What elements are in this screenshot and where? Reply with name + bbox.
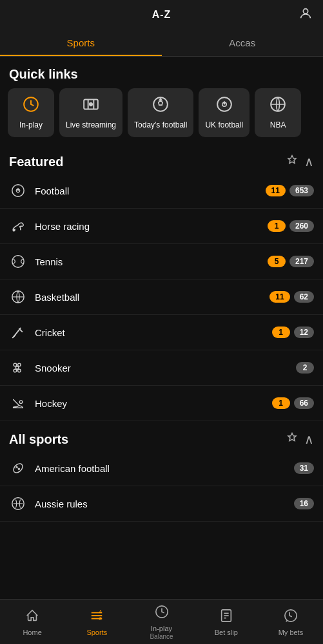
football-icon — [9, 182, 27, 200]
basketball-total-count: 62 — [294, 291, 314, 303]
quick-link-nba[interactable]: NBA — [255, 88, 301, 137]
nav-home-label: Home — [23, 629, 41, 636]
tennis-icon — [9, 252, 27, 270]
nav-sports-label: Sports — [86, 629, 107, 636]
sport-name-basketball: Basketball — [35, 292, 269, 303]
svg-line-19 — [19, 329, 23, 332]
svg-point-23 — [15, 366, 19, 370]
snooker-icon — [9, 359, 27, 377]
tennis-total-count: 217 — [289, 256, 314, 267]
sport-row-tennis[interactable]: Tennis 5 217 — [0, 244, 323, 279]
american-football-total-count: 31 — [294, 462, 314, 474]
quick-link-live-streaming-label: Live streaming — [66, 120, 116, 129]
sport-row-aussie-rules[interactable]: Aussie rules 16 — [0, 486, 323, 522]
bottom-nav: Home A Z Sports In-play Balance — [0, 599, 323, 644]
svg-point-21 — [14, 364, 17, 367]
nba-icon — [261, 96, 295, 117]
svg-marker-5 — [159, 101, 163, 106]
hockey-total-count: 66 — [294, 397, 314, 409]
sport-row-snooker[interactable]: Snooker 2 — [0, 350, 323, 386]
quick-links-row: In-play Live streaming Today's football — [0, 88, 323, 147]
featured-pin-icon[interactable] — [286, 155, 298, 169]
basketball-live-count: 11 — [269, 291, 289, 303]
cricket-badges: 1 12 — [272, 327, 314, 338]
profile-icon[interactable] — [299, 6, 313, 23]
football-total-count: 653 — [289, 185, 314, 196]
football-badges: 11 653 — [266, 185, 314, 196]
nav-my-bets[interactable]: My bets — [259, 600, 323, 644]
quick-link-uk-football[interactable]: UK football — [199, 88, 250, 137]
svg-point-3 — [90, 103, 92, 106]
quick-link-live-streaming[interactable]: Live streaming — [59, 88, 122, 137]
all-sports-collapse-icon[interactable]: ∧ — [304, 431, 314, 447]
svg-point-15 — [12, 256, 24, 267]
inplay-icon — [14, 96, 48, 117]
tab-accas[interactable]: Accas — [162, 30, 324, 56]
cricket-total-count: 12 — [294, 327, 314, 338]
nav-balance-label: Balance — [150, 633, 173, 640]
sport-name-hockey: Hockey — [35, 398, 272, 409]
inplay-nav-icon — [155, 605, 169, 623]
tennis-badges: 5 217 — [268, 256, 314, 267]
aussie-rules-badges: 16 — [294, 498, 314, 509]
quick-link-in-play[interactable]: In-play — [8, 88, 54, 137]
svg-line-20 — [13, 336, 15, 338]
aussie-rules-icon — [9, 495, 27, 513]
all-sports-title: All sports — [9, 432, 68, 447]
quick-link-todays-football[interactable]: Today's football — [128, 88, 193, 137]
live-streaming-icon — [66, 96, 116, 117]
quick-link-uk-football-label: UK football — [205, 120, 243, 129]
uk-football-icon — [205, 96, 243, 117]
header: A-Z — [0, 0, 323, 30]
sport-name-american-football: American football — [35, 463, 294, 474]
svg-text:Z: Z — [99, 616, 102, 621]
featured-title: Featured — [9, 155, 63, 169]
quick-link-todays-football-label: Today's football — [134, 120, 187, 129]
all-sports-pin-icon[interactable] — [286, 432, 298, 447]
home-nav-icon — [25, 609, 39, 627]
nav-inplay-label: In-play — [151, 625, 172, 632]
header-title: A-Z — [152, 9, 171, 21]
nav-home[interactable]: Home — [0, 600, 64, 644]
sport-row-hockey[interactable]: Hockey 1 66 — [0, 386, 323, 421]
sport-name-horse-racing: Horse racing — [35, 221, 268, 232]
featured-actions: ∧ — [286, 154, 314, 169]
all-sports-actions: ∧ — [286, 431, 314, 447]
sport-row-football[interactable]: Football 11 653 — [0, 173, 323, 209]
svg-point-0 — [303, 9, 308, 14]
nav-bet-slip-label: Bet slip — [215, 629, 238, 636]
svg-point-26 — [19, 401, 23, 404]
sports-nav-icon: A Z — [90, 609, 104, 627]
basketball-icon — [9, 288, 27, 306]
sport-row-cricket[interactable]: Cricket 1 12 — [0, 315, 323, 350]
tab-sports[interactable]: Sports — [0, 30, 162, 56]
football-live-count: 11 — [266, 185, 286, 196]
basketball-badges: 11 62 — [269, 291, 314, 303]
nav-sports[interactable]: A Z Sports — [64, 600, 129, 644]
svg-text:A: A — [99, 609, 103, 614]
featured-collapse-icon[interactable]: ∧ — [304, 154, 314, 169]
hockey-badges: 1 66 — [272, 397, 314, 409]
quick-links-title: Quick links — [0, 57, 323, 88]
sport-row-basketball[interactable]: Basketball 11 62 — [0, 279, 323, 315]
todays-football-icon — [134, 96, 187, 117]
nav-bet-slip[interactable]: Bet slip — [194, 600, 259, 644]
aussie-rules-total-count: 16 — [294, 498, 314, 509]
my-bets-nav-icon — [284, 609, 298, 627]
nav-inplay[interactable]: In-play Balance — [129, 600, 193, 644]
american-football-icon — [9, 459, 27, 477]
horse-racing-total-count: 260 — [289, 220, 314, 232]
hockey-live-count: 1 — [272, 397, 290, 409]
svg-point-24 — [14, 370, 17, 373]
snooker-total-count: 2 — [296, 362, 314, 374]
bet-slip-nav-icon — [219, 609, 233, 627]
snooker-badges: 2 — [296, 362, 314, 374]
horse-racing-live-count: 1 — [268, 220, 286, 232]
sport-row-horse-racing[interactable]: Horse racing 1 260 — [0, 209, 323, 244]
all-sports-header: All sports ∧ — [0, 425, 323, 451]
sport-name-cricket: Cricket — [35, 327, 272, 338]
sport-name-aussie-rules: Aussie rules — [35, 498, 294, 509]
featured-header: Featured ∧ — [0, 147, 323, 173]
sport-row-american-football[interactable]: American football 31 — [0, 451, 323, 486]
horse-racing-icon — [9, 217, 27, 235]
